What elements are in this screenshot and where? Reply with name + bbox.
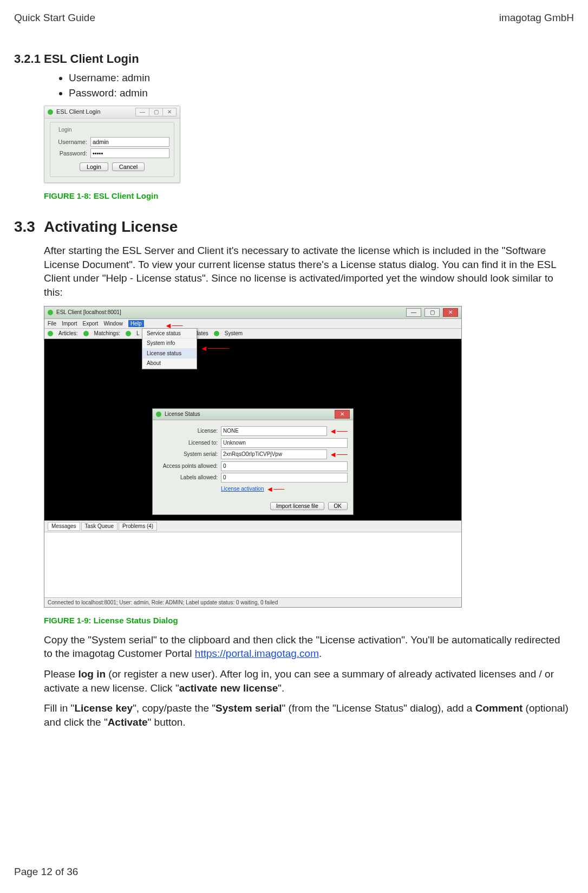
app-icon (48, 109, 53, 115)
menu-item-about[interactable]: About (142, 358, 197, 369)
page-header: Quick Start Guide imagotag GmbH (14, 11, 574, 25)
minimize-icon[interactable]: — (406, 308, 421, 317)
system-serial-label: System serial: (158, 451, 218, 458)
help-dropdown: Service status System info License statu… (142, 328, 197, 369)
app-statusbar: Connected to localhost:8001; User: admin… (44, 597, 461, 608)
status-articles: Articles: (58, 330, 78, 337)
messages-pane (44, 532, 461, 597)
status-dot-icon (48, 331, 53, 336)
status-matchings: Matchings: (94, 330, 120, 337)
menu-window[interactable]: Window (103, 320, 123, 328)
tab-messages[interactable]: Messages (48, 522, 80, 531)
labels-allowed-label: Labels allowed: (158, 474, 218, 481)
list-item: Password: admin (69, 86, 571, 100)
close-icon[interactable]: ✕ (443, 308, 458, 317)
annotation-arrow-icon: ◄── (329, 449, 348, 460)
cancel-button[interactable]: Cancel (112, 162, 145, 171)
figure-1-9-caption: FIGURE 1-9: License Status Dialog (44, 615, 571, 626)
section-321-title: ESL Client Login (44, 51, 139, 67)
status-toolbar: Articles: Matchings: L Updates System (44, 329, 461, 339)
section-33-intro: After starting the ESL Server and Client… (44, 244, 571, 299)
status-dot-icon (214, 331, 219, 336)
tab-task-queue[interactable]: Task Queue (81, 522, 117, 531)
figure-1-8-caption: FIGURE 1-8: ESL Client Login (44, 191, 571, 201)
status-dot-icon (126, 331, 131, 336)
app-titlebar: ESL Client [localhost:8001] — ▢ ✕ (44, 307, 461, 319)
ap-allowed-value: 0 (221, 461, 348, 471)
menu-file[interactable]: File (48, 320, 56, 328)
login-dialog: ESL Client Login — ▢ ✕ Login Username: P… (44, 106, 180, 184)
login-dialog-titlebar: ESL Client Login — ▢ ✕ (44, 106, 180, 119)
labels-allowed-value: 0 (221, 473, 348, 483)
username-label: Username: (55, 138, 87, 146)
list-item: Username: admin (69, 71, 571, 85)
tab-problems[interactable]: Problems (4) (119, 522, 157, 531)
close-icon[interactable]: ✕ (163, 108, 177, 116)
system-serial-value[interactable]: 2xnRqsO0rIpTiCVPjVpw (221, 449, 327, 459)
header-left: Quick Start Guide (14, 11, 95, 25)
app-icon (156, 412, 161, 417)
license-value: NONE (221, 426, 327, 436)
portal-link[interactable]: https://portal.imagotag.com (195, 648, 319, 659)
esl-client-window: ESL Client [localhost:8001] — ▢ ✕ File I… (44, 306, 462, 608)
maximize-icon[interactable]: ▢ (149, 108, 163, 116)
license-dialog-titlebar: License Status ✕ (153, 409, 353, 420)
section-321-number: 3.2.1 (14, 51, 44, 67)
login-group-label: Login (57, 126, 73, 134)
license-dialog-title: License Status (165, 410, 200, 418)
client-canvas (44, 339, 461, 408)
import-license-button[interactable]: Import license file (270, 502, 324, 510)
ap-allowed-label: Access points allowed: (158, 462, 218, 470)
menu-help[interactable]: Help (128, 320, 144, 328)
ok-button[interactable]: OK (328, 502, 348, 510)
annotation-arrow-icon: ◄── (329, 426, 348, 436)
licensed-to-value: Unknown (221, 438, 348, 448)
app-icon (48, 310, 53, 315)
licensed-to-label: Licensed to: (158, 439, 218, 447)
close-icon[interactable]: ✕ (335, 410, 350, 419)
section-33-number: 3.3 (14, 217, 44, 237)
status-system: System (225, 330, 243, 337)
menu-item-service-status[interactable]: Service status (142, 329, 197, 339)
bottom-tabs: Messages Task Queue Problems (4) (44, 520, 461, 532)
status-l: L (136, 330, 140, 337)
login-group: Login Username: Password: Login Cancel (50, 122, 174, 178)
license-label: License: (158, 427, 218, 435)
username-field[interactable] (90, 137, 169, 147)
app-title: ESL Client [localhost:8001] (56, 309, 121, 316)
page-footer: Page 12 of 36 (14, 865, 78, 879)
menu-item-license-status[interactable]: License status (142, 349, 197, 359)
password-label: Password: (55, 149, 87, 158)
minimize-icon[interactable]: — (135, 108, 149, 116)
menubar: File Import Export Window Help (44, 319, 461, 329)
paragraph-copy-serial: Copy the "System serial" to the clipboar… (44, 633, 571, 661)
maximize-icon[interactable]: ▢ (424, 308, 440, 317)
paragraph-login: Please log in (or register a new user). … (44, 667, 571, 695)
menu-import[interactable]: Import (62, 320, 77, 328)
password-field[interactable] (90, 148, 169, 158)
menu-item-system-info[interactable]: System info (142, 338, 197, 349)
section-33-title: Activating License (44, 217, 178, 237)
menu-export[interactable]: Export (82, 320, 98, 328)
license-activation-link[interactable]: License activation (221, 485, 264, 493)
window-controls: — ▢ ✕ (135, 108, 177, 116)
client-canvas (44, 515, 461, 520)
login-button[interactable]: Login (80, 162, 108, 171)
login-credentials-list: Username: admin Password: admin (44, 71, 571, 100)
status-dot-icon (83, 331, 89, 336)
annotation-arrow-icon: ◄── (266, 484, 285, 494)
paragraph-fill-in: Fill in "License key", copy/paste the "S… (44, 701, 571, 729)
section-321-heading: 3.2.1 ESL Client Login (14, 51, 574, 67)
login-dialog-title: ESL Client Login (56, 108, 101, 116)
header-right: imagotag GmbH (499, 11, 574, 25)
section-33-heading: 3.3 Activating License (14, 217, 574, 237)
license-status-dialog: License Status ✕ License: NONE ◄── Licen… (152, 408, 354, 516)
